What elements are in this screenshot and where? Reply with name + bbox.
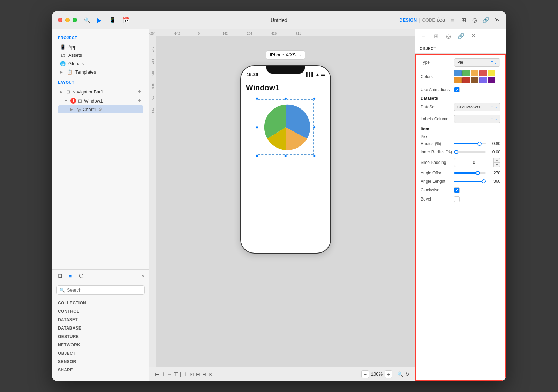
bottom-chevron-icon[interactable]: ∨ [142, 273, 145, 278]
color-orange[interactable] [471, 70, 478, 76]
close-button[interactable] [58, 18, 62, 22]
zoom-out-button[interactable]: − [361, 370, 369, 378]
list-icon[interactable]: ≡ [449, 17, 455, 23]
window-add-icon[interactable]: + [138, 98, 141, 104]
align-center-v-icon[interactable]: ⊥ [161, 371, 165, 377]
device-selector[interactable]: iPhone X/XS ⌄ [266, 50, 305, 60]
calendar-icon[interactable]: 📅 [123, 17, 130, 23]
handle-tr[interactable] [313, 97, 316, 100]
history-icon[interactable]: ↻ [405, 371, 409, 377]
sidebar-item-globals[interactable]: 🌐 Globals [58, 59, 143, 68]
maximize-button[interactable] [73, 18, 77, 22]
handle-bm[interactable] [284, 154, 287, 157]
category-network[interactable]: NETWORK [52, 341, 149, 349]
tree-item-window[interactable]: ▼ 1 ⊟ Window1 + [58, 96, 143, 105]
layers-icon[interactable]: ⊟ [202, 371, 206, 377]
sidebar-item-assets[interactable]: 🗂 Assets [58, 51, 143, 59]
tab-target-icon[interactable]: ◎ [445, 32, 452, 40]
handle-mr[interactable] [313, 126, 316, 129]
canvas-scroll[interactable]: 142 284 426 588 710 882 iPhone X/XS ⌄ [149, 36, 415, 367]
chart-gear-icon[interactable]: ⚙ [98, 107, 103, 112]
category-sensor[interactable]: SENSOR [52, 357, 149, 366]
design-tab[interactable]: DESIGN [399, 17, 417, 23]
angle-length-thumb[interactable] [482, 179, 486, 183]
angle-offset-slider[interactable] [454, 172, 486, 174]
tab-eye-icon[interactable]: 👁 [470, 32, 477, 40]
slice-padding-up[interactable]: ▲ [494, 158, 500, 163]
category-database[interactable]: DATABASE [52, 324, 149, 332]
sidebar-item-app[interactable]: 📱 App [58, 43, 143, 51]
expand-icon[interactable]: ⊞ [196, 371, 200, 377]
sidebar-item-templates[interactable]: ▶ 📋 Templates [58, 68, 143, 76]
color-yellow[interactable] [488, 70, 495, 76]
clockwise-checkbox[interactable]: ✓ [454, 187, 460, 193]
handle-br[interactable] [313, 154, 316, 157]
search-icon[interactable]: 🔍 [84, 17, 90, 23]
type-select[interactable]: Pie ⌃⌄ [454, 58, 500, 67]
cube-icon[interactable]: ⬡ [77, 272, 84, 279]
align-left-icon[interactable]: ⊢ [155, 371, 159, 377]
color-brown[interactable] [471, 77, 478, 83]
inner-radius-thumb[interactable] [454, 150, 458, 154]
distribute-h-icon[interactable]: ⊣ [167, 371, 172, 377]
category-shape[interactable]: SHAPE [52, 366, 149, 374]
handle-tm[interactable] [284, 97, 287, 100]
zoom-in-button[interactable]: + [385, 370, 392, 378]
inner-radius-slider[interactable] [454, 151, 486, 153]
device-icon[interactable]: 📱 [109, 17, 116, 23]
labels-column-select[interactable]: ⌃⌄ [454, 115, 500, 123]
category-collection[interactable]: COLLECTION [52, 299, 149, 307]
align-top-icon[interactable]: ⊤ [174, 371, 178, 377]
chart-container[interactable] [258, 99, 314, 155]
color-darkred[interactable] [462, 77, 470, 83]
log-icon[interactable]: LOG [438, 17, 444, 23]
category-dataset[interactable]: DATASET [52, 316, 149, 324]
handle-tl[interactable] [256, 97, 258, 100]
frame-size-icon[interactable]: ⊡ [190, 371, 194, 377]
angle-offset-thumb[interactable] [476, 171, 480, 175]
tab-layout-icon[interactable]: ⊞ [432, 32, 440, 40]
minimize-button[interactable] [65, 18, 70, 22]
handle-bl[interactable] [256, 154, 258, 157]
tree-item-chart[interactable]: ▶ ◎ Chart1 ⚙ [58, 105, 143, 113]
code-tab[interactable]: CODE [422, 17, 435, 23]
angle-length-slider[interactable] [454, 181, 486, 182]
color-green[interactable] [462, 70, 470, 76]
selection-handles [257, 99, 314, 156]
color-orange2[interactable] [454, 77, 462, 83]
align-center-h-icon[interactable]: | [180, 371, 181, 377]
link-icon[interactable]: 🔗 [483, 17, 489, 23]
angle-length-slider-row: 360 [454, 179, 500, 184]
tree-item-navbar[interactable]: ▶ ⊟ NavigationBar1 + [58, 87, 143, 96]
category-gesture[interactable]: GESTURE [52, 332, 149, 341]
category-object[interactable]: OBJECT [52, 349, 149, 357]
play-button[interactable]: ▶ [97, 16, 102, 24]
dataset-select[interactable]: GridDataSet1 ⌃⌄ [454, 103, 500, 111]
animations-checkbox[interactable]: ✓ [454, 87, 460, 92]
tab-link-icon[interactable]: 🔗 [457, 32, 465, 40]
slice-padding-stepper[interactable]: 0 ▲ ▼ [454, 158, 500, 167]
navbar-add-icon[interactable]: + [138, 89, 141, 95]
color-darkpurple[interactable] [488, 77, 495, 83]
color-blue[interactable] [454, 70, 462, 76]
target-icon[interactable]: ◎ [472, 17, 478, 23]
eye-icon[interactable]: 👁 [494, 17, 500, 23]
search-input[interactable] [67, 287, 142, 293]
tab-properties-icon[interactable]: ≡ [420, 32, 427, 40]
bevel-checkbox[interactable] [454, 196, 460, 202]
radius-thumb[interactable] [477, 142, 482, 146]
inner-radius-label: Inner Radius (%) [421, 150, 452, 154]
radius-slider[interactable] [454, 143, 486, 144]
align-bottom-icon[interactable]: ⊥ [183, 371, 188, 377]
search-canvas-icon[interactable]: 🔍 [397, 371, 403, 377]
slice-padding-down[interactable]: ▼ [494, 163, 500, 167]
widget-icon[interactable]: ⊡ [56, 272, 63, 279]
category-control[interactable]: CONTROL [52, 307, 149, 316]
list-tool-icon[interactable]: ≡ [67, 272, 74, 279]
group-icon[interactable]: ⊠ [209, 371, 213, 377]
inner-radius-slider-row: 0.00 [454, 150, 500, 154]
handle-ml[interactable] [256, 126, 258, 129]
color-red[interactable] [479, 70, 487, 76]
frame-icon[interactable]: ⊞ [460, 17, 467, 23]
color-purple[interactable] [479, 77, 487, 83]
